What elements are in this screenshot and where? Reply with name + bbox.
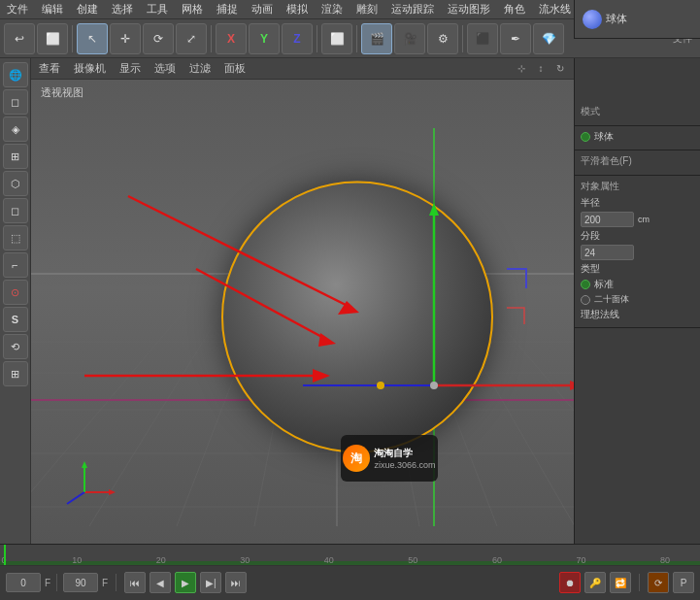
menu-motion-track[interactable]: 运动跟踪 <box>388 1 437 17</box>
tc-sep-2 <box>116 574 117 591</box>
vp-menu-view[interactable]: 查看 <box>37 60 62 77</box>
timeline-playhead[interactable] <box>4 545 6 565</box>
record-button[interactable]: ⏺ <box>559 572 581 593</box>
vp-menu-camera[interactable]: 摄像机 <box>72 60 108 77</box>
diamond-button[interactable]: 💎 <box>533 23 564 54</box>
smooth-section: 平滑着色(F) <box>575 150 700 176</box>
timeline-ruler[interactable]: 0 10 20 30 40 50 60 70 80 <box>0 545 700 566</box>
render-settings-button[interactable]: ⚙ <box>427 23 458 54</box>
render-region-button[interactable]: 🎬 <box>361 23 392 54</box>
play-button[interactable]: ▶ <box>175 572 196 593</box>
viewport-container: 查看 摄像机 显示 选项 过滤 面板 ⊹ ↕ ↻ <box>31 58 574 544</box>
live-select-button[interactable]: ⌐ <box>3 252 28 278</box>
undo-left-button[interactable]: ⟲ <box>3 334 28 359</box>
menu-motion-graph[interactable]: 运动图形 <box>445 1 493 17</box>
mode-section: 模式 <box>575 101 700 126</box>
scale-tool[interactable]: ⤢ <box>176 23 207 54</box>
obj-props-section: 对象属性 半径 200 cm 分段 24 类型 标准 <box>575 176 700 328</box>
end-frame-field[interactable]: 90 <box>63 573 98 592</box>
segment-row: 分段 <box>581 229 694 243</box>
vp-move-icon[interactable]: ⊹ <box>514 61 529 77</box>
segment-value-row: 24 <box>581 245 694 260</box>
vp-menu-display[interactable]: 显示 <box>117 60 143 77</box>
menu-tools[interactable]: 工具 <box>144 1 171 17</box>
world-coord-button[interactable]: ⬜ <box>321 23 352 54</box>
step-forward-button[interactable]: ▶| <box>200 572 221 593</box>
menu-pipeline[interactable]: 流水线 <box>536 1 574 17</box>
to-start-button[interactable]: ⏮ <box>124 572 146 593</box>
edge-button[interactable]: ◻ <box>3 198 28 223</box>
menu-select[interactable]: 选择 <box>109 1 136 17</box>
marker-40: 40 <box>324 555 334 565</box>
menu-file[interactable]: 文件 <box>4 1 31 17</box>
vp-menu-options[interactable]: 选项 <box>152 60 178 77</box>
radius-input[interactable]: 200 <box>581 212 634 227</box>
menu-char[interactable]: 角色 <box>501 1 528 17</box>
marker-60: 60 <box>492 555 502 565</box>
step-back-button[interactable]: ◀ <box>150 572 171 593</box>
menu-mesh[interactable]: 网格 <box>179 1 206 17</box>
sphere-radio[interactable] <box>581 132 590 142</box>
frame-label: F <box>45 578 50 588</box>
object-selector[interactable]: 球体 <box>574 0 700 39</box>
vp-menu-filter[interactable]: 过滤 <box>187 60 213 77</box>
type-radio-1[interactable] <box>581 280 590 289</box>
point-button[interactable]: ⬚ <box>3 225 28 250</box>
snap-grid-button[interactable]: ⊞ <box>3 361 28 386</box>
vp-rotate-icon[interactable]: ↻ <box>552 61 568 77</box>
pen-button[interactable]: ✒ <box>500 23 531 54</box>
type-options: 标准 <box>581 278 694 291</box>
to-end-button[interactable]: ⏭ <box>225 572 247 593</box>
material-button[interactable]: ⊞ <box>3 144 28 169</box>
auto-key-button[interactable]: P <box>673 572 694 593</box>
timeline-range-bar <box>0 561 700 565</box>
move-tool[interactable]: ✛ <box>110 23 141 54</box>
z-axis-button[interactable]: Z <box>282 23 313 54</box>
menu-edit[interactable]: 编辑 <box>39 1 66 17</box>
motion-record-button[interactable]: ⟳ <box>648 572 669 593</box>
type-opt-2: 二十面体 <box>594 293 629 306</box>
type-radio-2[interactable] <box>581 295 590 305</box>
sphere-object[interactable] <box>221 182 493 453</box>
render-button[interactable]: 🎥 <box>394 23 425 54</box>
keyframe-button[interactable]: 🔑 <box>584 572 606 593</box>
undo-button[interactable]: ↩ <box>4 23 35 54</box>
type-opt-1: 标准 <box>594 278 614 291</box>
type-options-2: 二十面体 <box>581 293 694 306</box>
object-name: 球体 <box>606 12 692 26</box>
main-layout: 🌐 ◻ ◈ ⊞ ⬡ ◻ ⬚ ⌐ ⊙ S ⟲ ⊞ 查看 摄像机 显示 选项 过滤 … <box>0 58 700 544</box>
cube-button[interactable]: ⬛ <box>467 23 498 54</box>
world-view-button[interactable]: 🌐 <box>3 62 28 87</box>
menu-create[interactable]: 创建 <box>74 1 101 17</box>
toolbar-separator-2 <box>211 25 212 52</box>
x-axis-button[interactable]: X <box>216 23 247 54</box>
loop-button[interactable]: 🔁 <box>610 572 631 593</box>
select-tool[interactable]: ↖ <box>77 23 108 54</box>
sphere-obj-name: 球体 <box>594 130 614 144</box>
radius-row: 半径 <box>581 196 694 210</box>
menu-anim[interactable]: 动画 <box>249 1 276 17</box>
vp-zoom-icon[interactable]: ↕ <box>533 61 549 77</box>
texture-button[interactable]: ◈ <box>3 117 28 142</box>
segment-label: 分段 <box>581 229 600 243</box>
left-toolbar: 🌐 ◻ ◈ ⊞ ⬡ ◻ ⬚ ⌐ ⊙ S ⟲ ⊞ <box>0 58 31 544</box>
current-frame-field[interactable]: 0 <box>6 573 41 592</box>
timeline-controls: 0 F 90 F ⏮ ◀ ▶ ▶| ⏭ ⏺ 🔑 🔁 ⟳ P <box>0 566 700 600</box>
menu-snap[interactable]: 捕捉 <box>214 1 241 17</box>
3d-viewport[interactable]: 透视视图 <box>31 80 574 544</box>
object-mode-button[interactable]: ◻ <box>3 89 28 115</box>
magnet-button[interactable]: ⊙ <box>3 280 28 305</box>
menu-sculpt[interactable]: 雕刻 <box>353 1 381 17</box>
menu-sim[interactable]: 模拟 <box>283 1 311 17</box>
ideal-normals-row: 理想法线 <box>581 308 694 321</box>
polygon-button[interactable]: ⬡ <box>3 171 28 196</box>
menu-render[interactable]: 渲染 <box>318 1 346 17</box>
sphere-name-row: 球体 <box>581 130 694 144</box>
rotate-tool[interactable]: ⟳ <box>143 23 174 54</box>
frame-all-button[interactable]: ⬜ <box>37 23 68 54</box>
vp-menu-panel[interactable]: 面板 <box>222 60 248 77</box>
segment-input[interactable]: 24 <box>581 245 634 260</box>
viewport-toolbar: 查看 摄像机 显示 选项 过滤 面板 ⊹ ↕ ↻ <box>31 58 574 80</box>
y-axis-button[interactable]: Y <box>249 23 280 54</box>
smooth-button[interactable]: S <box>3 307 28 332</box>
